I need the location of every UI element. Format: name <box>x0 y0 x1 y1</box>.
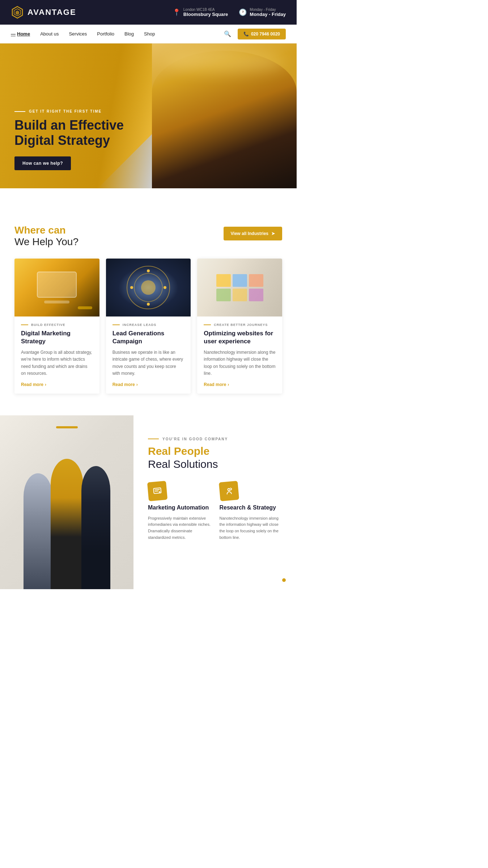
hero-eyebrow-text: GET IT RIGHT THE FIRST TIME <box>29 109 102 113</box>
card-1-image <box>14 259 99 316</box>
logo-icon <box>11 6 24 19</box>
hero-person-bg <box>152 43 297 188</box>
feature-1: Marketing Automation Progressively maint… <box>148 482 211 541</box>
nav-item-home[interactable]: — Home <box>11 31 30 37</box>
logo[interactable]: AVANTAGE <box>11 6 76 19</box>
feature-1-title: Marketing Automation <box>148 504 211 512</box>
help-title: We Help You? <box>14 236 78 247</box>
card-2-desc: Business we operate in is like an intric… <box>113 349 184 377</box>
search-icon[interactable]: 🔍 <box>224 30 231 37</box>
real-title-main: Real Solutions <box>148 458 218 470</box>
real-title-colored: Real People <box>148 445 282 458</box>
help-title-colored: Where can <box>14 225 78 236</box>
nav-item-portfolio[interactable]: Portfolio <box>97 31 114 37</box>
card-2-read-more[interactable]: Read more › <box>113 382 184 387</box>
hero-title-line1: Build an Effective <box>14 118 124 133</box>
phone-icon: 📞 <box>243 32 249 37</box>
card-3-arrow: › <box>228 382 229 387</box>
card-3: CREATE BETTER JOURNEYS Optimizing websit… <box>197 259 282 394</box>
svg-point-6 <box>159 491 160 492</box>
card-2-image <box>106 259 191 316</box>
hero-section: GET IT RIGHT THE FIRST TIME Build an Eff… <box>0 43 297 188</box>
card-1-read-more[interactable]: Read more › <box>21 382 93 387</box>
card-3-read-more[interactable]: Read more › <box>204 382 276 387</box>
hours-label: Monday - Friday <box>250 8 286 12</box>
orange-bar <box>56 426 78 428</box>
card-3-body: CREATE BETTER JOURNEYS Optimizing websit… <box>197 316 282 394</box>
feature-2: Research & Strategy Nanotechnology immer… <box>220 482 283 541</box>
card-3-title: Optimizing websites for user experience <box>204 330 276 345</box>
brand-name: AVANTAGE <box>27 8 76 17</box>
hero-eyebrow: GET IT RIGHT THE FIRST TIME <box>14 109 124 113</box>
hours-value: Monday - Friday <box>250 12 286 17</box>
help-section-header: Where can We Help You? View all Industri… <box>14 225 282 248</box>
real-section-content: YOU'RE IN GOOD COMPANY Real People Real … <box>133 415 297 589</box>
card-1: BUILD EFFECTIVE Digital Marketing Strate… <box>14 259 99 394</box>
phone-button[interactable]: 📞 020 7946 0020 <box>238 29 286 39</box>
location-value: Bloomsbury Square <box>183 12 228 17</box>
team-photo <box>0 415 133 589</box>
nav-right: 🔍 📞 020 7946 0020 <box>224 29 286 39</box>
feature-2-title: Research & Strategy <box>220 504 283 512</box>
feature-1-icon <box>147 481 167 501</box>
card-3-image <box>197 259 282 316</box>
card-2-title: Lead Generations Campaign <box>113 330 184 345</box>
card-2-eyebrow-text: INCREASE LEADS <box>123 323 157 327</box>
real-eyebrow-text: YOU'RE IN GOOD COMPANY <box>162 437 228 441</box>
hero-title-line2: Digital Strategy <box>14 133 110 148</box>
phone-number: 020 7946 0020 <box>251 32 280 37</box>
card-2-body: INCREASE LEADS Lead Generations Campaign… <box>106 316 191 394</box>
card-1-body: BUILD EFFECTIVE Digital Marketing Strate… <box>14 316 99 394</box>
view-all-label: View all Industries <box>231 231 268 236</box>
svg-rect-3 <box>153 488 161 494</box>
feature-1-desc: Progressively maintain extensive infomed… <box>148 515 211 541</box>
person-figure-2 <box>51 459 83 589</box>
main-nav: — Home About us Services Portfolio Blog … <box>0 25 297 43</box>
svg-rect-5 <box>155 491 158 492</box>
team-figures <box>0 452 133 589</box>
card-2: INCREASE LEADS Lead Generations Campaign… <box>106 259 191 394</box>
real-eyebrow: YOU'RE IN GOOD COMPANY <box>148 437 282 441</box>
card-1-eyebrow-text: BUILD EFFECTIVE <box>31 323 65 327</box>
view-all-icon: ➤ <box>271 231 275 236</box>
laptop-visual <box>37 272 77 298</box>
hours-icon: 🕐 <box>239 8 247 16</box>
nav-item-shop[interactable]: Shop <box>144 31 155 37</box>
real-title: Real People Real Solutions <box>148 445 282 471</box>
scroll-indicator <box>282 578 286 582</box>
card-3-eyebrow: CREATE BETTER JOURNEYS <box>204 323 276 327</box>
svg-rect-4 <box>155 489 160 490</box>
hero-content: GET IT RIGHT THE FIRST TIME Build an Eff… <box>0 109 138 188</box>
hero-cta-button[interactable]: How can we help? <box>14 156 71 170</box>
nav-item-blog[interactable]: Blog <box>124 31 134 37</box>
top-contact: 📍 London WC1B 4EA Bloomsbury Square 🕐 Mo… <box>173 8 286 17</box>
card-1-desc: Avantage Group is all about strategy, we… <box>21 349 93 377</box>
hero-person-image <box>152 43 297 188</box>
nav-item-about[interactable]: About us <box>40 31 59 37</box>
hero-eyebrow-line <box>14 111 25 112</box>
hours-contact: 🕐 Monday - Friday Monday - Friday <box>239 8 286 17</box>
nav-links: — Home About us Services Portfolio Blog … <box>11 31 155 37</box>
svg-marker-2 <box>16 11 19 15</box>
location-contact: 📍 London WC1B 4EA Bloomsbury Square <box>173 8 228 17</box>
hero-title: Build an Effective Digital Strategy <box>14 118 124 148</box>
top-bar: AVANTAGE 📍 London WC1B 4EA Bloomsbury Sq… <box>0 0 297 25</box>
location-label: London WC1B 4EA <box>183 8 228 12</box>
nav-item-services[interactable]: Services <box>69 31 87 37</box>
view-all-button[interactable]: View all Industries ➤ <box>224 227 282 240</box>
location-icon: 📍 <box>173 8 181 16</box>
help-section-title: Where can We Help You? <box>14 225 78 248</box>
real-section: YOU'RE IN GOOD COMPANY Real People Real … <box>0 415 297 589</box>
cards-grid: BUILD EFFECTIVE Digital Marketing Strate… <box>14 259 282 394</box>
card-2-arrow: › <box>136 382 138 387</box>
features-grid: Marketing Automation Progressively maint… <box>148 482 282 541</box>
card-1-eyebrow: BUILD EFFECTIVE <box>21 323 93 327</box>
person-figure-3 <box>81 466 110 589</box>
section-spacer-1 <box>0 188 297 203</box>
card-2-eyebrow: INCREASE LEADS <box>113 323 184 327</box>
card-1-arrow: › <box>45 382 46 387</box>
card-1-title: Digital Marketing Strategy <box>21 330 93 345</box>
svg-point-7 <box>228 488 230 491</box>
card-3-eyebrow-text: CREATE BETTER JOURNEYS <box>214 323 268 327</box>
feature-2-desc: Nanotechnology immersion along the infor… <box>220 515 283 541</box>
